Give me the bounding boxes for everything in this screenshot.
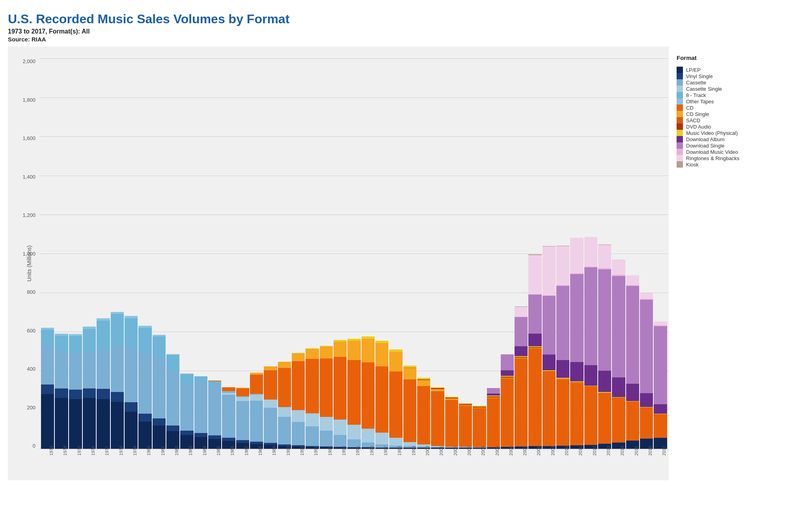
- bar-group: [222, 58, 235, 449]
- legend-item: Download Music Video: [677, 149, 775, 155]
- bar-segment: [501, 355, 514, 370]
- legend-label: SACD: [686, 118, 700, 123]
- bar-group: [125, 58, 138, 449]
- bar-segment: [584, 267, 597, 365]
- bar-segment: [362, 429, 375, 442]
- legend-item: Download Single: [677, 142, 775, 149]
- bar-segment: [55, 398, 68, 449]
- chart-title: U.S. Recorded Music Sales Volumes by For…: [8, 12, 779, 26]
- bar-group: [41, 58, 54, 449]
- bar-group: [362, 58, 375, 449]
- legend-item: Cassette Single: [677, 86, 775, 92]
- legend-color-swatch: [677, 67, 683, 73]
- y-label-800: 800: [27, 289, 35, 295]
- bar-group: [55, 58, 68, 449]
- legend-label: Vinyl Single: [686, 73, 713, 79]
- bar-segment: [528, 334, 541, 346]
- bar-segment: [292, 410, 305, 422]
- bar-segment: [208, 382, 221, 385]
- legend-label: Ringtones & Ringbacks: [686, 155, 739, 161]
- bar-segment: [306, 426, 319, 446]
- bar-group: [640, 58, 653, 449]
- bars-container: [39, 58, 669, 449]
- bar-segment: [417, 380, 430, 386]
- bar-group: [153, 58, 166, 449]
- bar-segment: [69, 336, 82, 354]
- bar-segment: [654, 414, 667, 437]
- bar-segment: [125, 348, 138, 403]
- bar-segment: [654, 321, 667, 325]
- bar-segment: [222, 387, 235, 391]
- bar-segment: [41, 345, 54, 385]
- bar-group: [264, 58, 277, 449]
- bar-segment: [556, 286, 569, 360]
- bar-group: [389, 58, 402, 449]
- bar-segment: [153, 358, 166, 418]
- bar-group: [598, 58, 611, 449]
- bar-segment: [570, 362, 583, 382]
- bar-segment: [640, 293, 653, 299]
- bar-group: [556, 58, 569, 449]
- bar-group: [320, 58, 333, 449]
- bar-segment: [41, 385, 54, 394]
- bar-segment: [584, 365, 597, 386]
- bar-segment: [194, 433, 207, 437]
- bar-segment: [515, 317, 528, 346]
- bar-segment: [111, 345, 124, 392]
- bar-segment: [236, 440, 249, 443]
- bar-segment: [543, 372, 556, 446]
- bar-group: [626, 58, 639, 449]
- legend-item: Music Video (Physical): [677, 130, 775, 136]
- bar-segment: [153, 418, 166, 425]
- y-label-1800: 1,800: [22, 97, 35, 103]
- chart-container: 2,000 1,800 1,600 1,400 1,200 1,000 800 …: [8, 47, 669, 480]
- bar-segment: [347, 425, 360, 439]
- bar-group: [431, 58, 444, 449]
- legend-color-swatch: [677, 149, 683, 155]
- legend-items-container: LP/EPVinyl SingleCassetteCassette Single…: [677, 67, 775, 168]
- legend-label: Download Music Video: [686, 149, 738, 155]
- bar-group: [543, 58, 556, 449]
- bar-group: [654, 58, 667, 449]
- bar-segment: [417, 386, 430, 445]
- bar-segment: [138, 328, 151, 353]
- bar-group: [194, 58, 207, 449]
- bar-group: [97, 58, 110, 449]
- bar-segment: [570, 238, 583, 273]
- chart-subtitle: 1973 to 2017, Format(s): All: [8, 28, 779, 35]
- bar-segment: [362, 339, 375, 362]
- bar-group: [138, 58, 151, 449]
- bar-segment: [208, 435, 221, 439]
- legend-label: CD: [686, 105, 694, 111]
- bar-segment: [459, 406, 472, 447]
- bar-segment: [194, 377, 207, 383]
- bar-group: [69, 58, 82, 449]
- legend-item: Other Tapes: [677, 98, 775, 105]
- x-label: 2017: [660, 444, 684, 457]
- bar-segment: [528, 295, 541, 334]
- bar-segment: [250, 395, 263, 401]
- bar-segment: [501, 379, 514, 447]
- bar-segment: [403, 368, 416, 380]
- legend-color-swatch: [677, 92, 683, 98]
- bar-segment: [598, 393, 611, 444]
- legend-label: Kiosk: [686, 162, 699, 168]
- bar-group: [278, 58, 291, 449]
- bar-group: [250, 58, 263, 449]
- bar-segment: [640, 300, 653, 394]
- bar-segment: [250, 401, 263, 442]
- bar-segment: [111, 314, 124, 345]
- bar-group: [347, 58, 360, 449]
- bar-segment: [347, 360, 360, 424]
- bar-segment: [278, 417, 291, 444]
- y-label-1600: 1,600: [22, 135, 35, 141]
- legend-label: LP/EP: [686, 67, 701, 73]
- bar-segment: [570, 383, 583, 445]
- bar-group: [487, 58, 500, 449]
- legend-item: CD: [677, 105, 775, 111]
- bar-group: [334, 58, 347, 449]
- x-labels: 1973197419751976197719781979198019811982…: [39, 451, 669, 474]
- page: U.S. Recorded Music Sales Volumes by For…: [0, 0, 787, 488]
- bar-group: [612, 58, 625, 449]
- bar-group: [375, 58, 388, 449]
